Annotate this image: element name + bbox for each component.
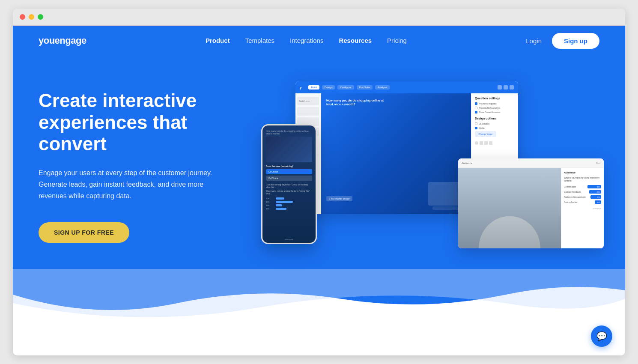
phone-bar-fill-3 <box>276 204 282 206</box>
phone-bars: 20% 40% 15% <box>266 197 312 210</box>
navbar: youengage Product Templates Integrations… <box>13 26 625 56</box>
mockup-content: How many people do shopping online at le… <box>321 93 471 214</box>
mockup-tab-distsuite: Dist Suite <box>357 85 373 90</box>
phone-bar-label-2: 40% <box>266 201 274 203</box>
hero-mockups: y Build Design Configure Dist Suite Anal… <box>270 81 599 261</box>
nav-right: Login Sign up <box>526 33 599 49</box>
video-find-btn: Find <box>596 162 600 164</box>
video-person-bg <box>458 168 561 248</box>
video-actions: Find <box>596 162 600 164</box>
mockup-ctrl-sq2 <box>484 141 488 145</box>
mockup-ctrl-sq3 <box>489 141 492 145</box>
video-option-pct-2: 28% <box>597 191 600 193</box>
video-panel: Audience What is your goal for using int… <box>561 168 604 248</box>
nav-item-integrations[interactable]: Integrations <box>290 37 323 45</box>
cta-button[interactable]: SIGN UP FOR FREE <box>39 222 129 243</box>
phone-inner: How many people do shopping online at le… <box>262 125 316 243</box>
phone-choice-2: Or Choice <box>266 176 312 181</box>
signup-button[interactable]: Sign up <box>552 33 599 49</box>
wave-svg <box>13 269 625 320</box>
phone-image-bg <box>266 137 312 162</box>
phone-can-also: Can also selling devices in Go to an exi… <box>266 183 312 188</box>
video-option-bar-3: 25% <box>590 195 601 199</box>
video-option-4: Data collection 15% <box>564 200 601 204</box>
mockup-design-description: Description <box>475 122 515 125</box>
mockup-sidebar-item1 <box>297 107 319 116</box>
mockup-option-correct: Show Correct Answers <box>475 111 515 113</box>
video-option-pct-1: 32% <box>597 186 600 188</box>
video-panel-question: What is your goal for using interactive … <box>564 176 601 182</box>
nav-item-pricing[interactable]: Pricing <box>387 37 407 45</box>
mockup-option-required: Answer is required <box>475 102 515 105</box>
mockup-bottom-controls <box>475 141 515 145</box>
mockup-checkbox-desc <box>475 122 477 125</box>
mockup-option-multiple: Allow multiple answers <box>475 107 515 109</box>
phone-bar-4: 25% <box>266 208 312 210</box>
video-body: Audience What is your goal for using int… <box>458 168 604 248</box>
mockup-ctrl-dot <box>475 141 478 145</box>
browser-dots <box>20 14 43 20</box>
mockup-device-shape <box>428 182 462 206</box>
mockup-design-media: Media <box>475 127 515 129</box>
nav-link-templates[interactable]: Templates <box>245 37 274 44</box>
mockup-option-label-correct: Show Correct Answers <box>479 111 501 113</box>
mockup-change-image-btn[interactable]: Change Image <box>475 131 496 137</box>
hero-subtitle: Engage your users at every step of the c… <box>39 167 223 202</box>
chat-bubble[interactable]: 💬 <box>591 325 612 347</box>
phone-choice-1: Or Choice <box>266 169 312 174</box>
video-option-2: Capture feedback 28% <box>564 190 601 194</box>
mockup-checkbox-required <box>475 102 477 105</box>
logo[interactable]: youengage <box>39 35 86 46</box>
phone-bar-fill-2 <box>276 201 293 203</box>
video-option-bar-4: 15% <box>595 200 601 204</box>
phone-top-text: How many people do shopping online at le… <box>266 130 312 135</box>
chat-icon: 💬 <box>596 331 607 341</box>
browser-window: youengage Product Templates Integrations… <box>13 9 625 355</box>
nav-link-integrations[interactable]: Integrations <box>290 37 323 44</box>
minimize-dot[interactable] <box>29 14 34 20</box>
video-option-label-1: Confirmation <box>564 185 576 188</box>
mockup-add-answer: + Add another answer <box>326 196 352 201</box>
video-option-label-3: Audience Engagement <box>564 196 586 198</box>
mockup-design-title: Design options <box>475 117 515 120</box>
mockup-tab-configure: Configure <box>337 85 354 90</box>
video-option-pct-3: 25% <box>597 196 600 198</box>
mockup-option-label-media: Media <box>479 127 485 129</box>
wave-section <box>13 269 625 320</box>
mockup-option-label-required: Answer is required <box>479 102 496 105</box>
mockup-checkbox-multiple <box>475 107 477 109</box>
mockup-option-label-desc: Description <box>479 122 489 125</box>
video-option-1: Confirmation 32% <box>564 185 601 188</box>
phone-mockup: How many people do shopping online at le… <box>261 124 317 244</box>
video-footer: youengage <box>564 207 601 209</box>
video-option-pct-4: 15% <box>597 201 600 203</box>
nav-link-product[interactable]: Product <box>206 37 230 44</box>
mockup-ctrl-sq1 <box>480 141 483 145</box>
phone-bar-fill-4 <box>276 208 286 210</box>
nav-item-resources[interactable]: Resources <box>339 37 372 45</box>
mockup-sidebar-switch: Switch to ✏ <box>297 97 319 105</box>
nav-item-product[interactable]: Product <box>206 37 230 45</box>
browser-titlebar <box>13 9 625 26</box>
nav-item-templates[interactable]: Templates <box>245 37 274 45</box>
close-dot[interactable] <box>20 14 25 20</box>
maximize-dot[interactable] <box>38 14 43 20</box>
nav-link-pricing[interactable]: Pricing <box>387 37 407 44</box>
mockup-icon-2 <box>504 85 508 90</box>
mockup-checkbox-media <box>475 127 477 129</box>
mockup-tabs: Build Design Configure Dist Suite Analys… <box>308 85 389 90</box>
phone-bar-label-1: 20% <box>266 197 274 200</box>
mockup-icon-1 <box>498 85 502 90</box>
video-panel-title: Audience <box>564 171 601 174</box>
video-option-label-4: Data collection <box>564 201 578 203</box>
mockup-topbar: y Build Design Configure Dist Suite Anal… <box>295 81 518 93</box>
video-mockup: Audience Find Audience <box>458 158 604 248</box>
phone-bar-1: 20% <box>266 197 312 200</box>
nav-links: Product Templates Integrations Resources… <box>206 37 407 45</box>
mockup-image: How many people do shopping online at le… <box>321 93 471 214</box>
login-link[interactable]: Login <box>526 37 542 45</box>
nav-link-resources[interactable]: Resources <box>339 37 372 44</box>
phone-draw-term: Draw the term (something) <box>266 165 312 167</box>
video-option-bar-2: 28% <box>589 190 601 194</box>
video-title: Audience <box>462 162 472 164</box>
